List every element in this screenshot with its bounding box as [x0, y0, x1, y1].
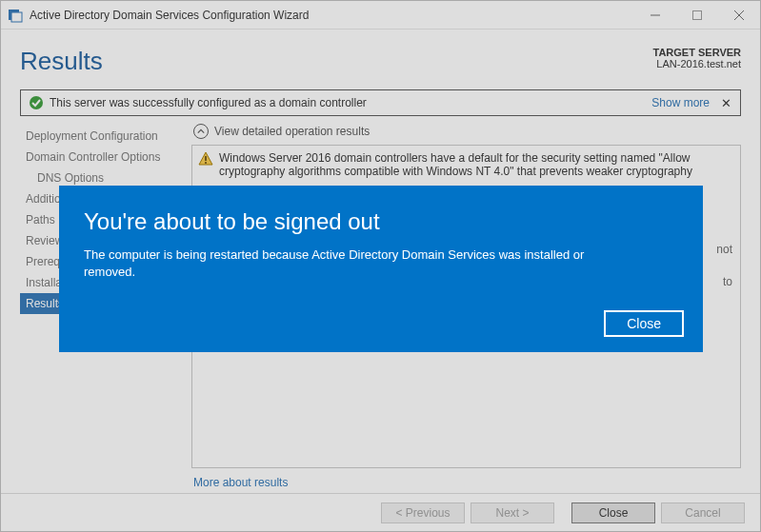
signout-dialog: You're about to be signed out The comput… — [59, 186, 703, 352]
signout-title: You're about to be signed out — [84, 208, 678, 235]
signout-body: The computer is being restarted because … — [84, 246, 617, 281]
signout-close-button[interactable]: Close — [604, 310, 684, 337]
